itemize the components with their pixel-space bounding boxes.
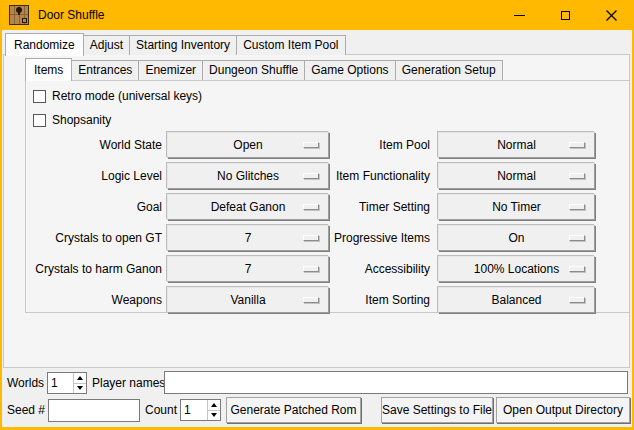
dropdown-indicator-icon bbox=[569, 204, 585, 210]
dropdown-value: On bbox=[508, 226, 524, 250]
tab-adjust[interactable]: Adjust bbox=[83, 35, 130, 55]
count-spinner[interactable] bbox=[180, 399, 221, 421]
subtab-dungeon-shuffle[interactable]: Dungeon Shuffle bbox=[202, 60, 305, 80]
window-title: Door Shuffle bbox=[38, 8, 105, 22]
dropdown-value: No Timer bbox=[492, 195, 541, 219]
dropdown-indicator-icon bbox=[569, 235, 585, 241]
checkbox-label: Shopsanity bbox=[52, 113, 111, 127]
item-sorting-label: Item Sorting bbox=[266, 287, 430, 313]
sub-tabbar: Items Entrances Enemizer Dungeon Shuffle… bbox=[25, 57, 502, 80]
count-input[interactable] bbox=[181, 400, 207, 420]
dropdown-value: Normal bbox=[497, 133, 536, 157]
count-label: Count bbox=[145, 398, 177, 423]
crystals-ganon-label: Crystals to harm Ganon bbox=[26, 256, 162, 282]
world-state-label: World State bbox=[26, 132, 162, 158]
items-pane: Retro mode (universal keys) Shopsanity W… bbox=[25, 80, 630, 313]
dropdown-indicator-icon bbox=[569, 173, 585, 179]
subtab-enemizer[interactable]: Enemizer bbox=[138, 60, 203, 80]
item-pool-label: Item Pool bbox=[266, 132, 430, 158]
dropdown-value: Vanilla bbox=[230, 288, 265, 312]
down-arrow-icon[interactable] bbox=[208, 410, 220, 421]
minimize-icon bbox=[514, 15, 525, 16]
door-icon bbox=[9, 5, 29, 25]
logic-level-label: Logic Level bbox=[26, 163, 162, 189]
close-button[interactable] bbox=[588, 0, 634, 30]
timer-setting-dropdown[interactable]: No Timer bbox=[438, 194, 595, 220]
progressive-items-dropdown[interactable]: On bbox=[438, 225, 595, 251]
titlebar[interactable]: Door Shuffle bbox=[0, 0, 634, 30]
dropdown-value: 7 bbox=[245, 257, 252, 281]
down-arrow-icon[interactable] bbox=[74, 383, 86, 394]
dropdown-value: Balanced bbox=[491, 288, 541, 312]
seed-input[interactable] bbox=[48, 399, 140, 422]
tab-custom-item-pool[interactable]: Custom Item Pool bbox=[236, 35, 345, 55]
generate-patched-rom-button[interactable]: Generate Patched Rom bbox=[226, 397, 361, 423]
item-sorting-dropdown[interactable]: Balanced bbox=[438, 287, 595, 313]
up-arrow-icon[interactable] bbox=[74, 373, 86, 383]
window-body: Randomize Adjust Starting Inventory Cust… bbox=[2, 30, 632, 427]
player-names-input[interactable] bbox=[164, 371, 628, 394]
progressive-items-label: Progressive Items bbox=[266, 225, 430, 251]
item-functionality-dropdown[interactable]: Normal bbox=[438, 163, 595, 189]
dropdown-indicator-icon bbox=[569, 142, 585, 148]
dropdown-value: Open bbox=[233, 133, 262, 157]
save-settings-button[interactable]: Save Settings to File bbox=[381, 397, 493, 423]
checkbox-box[interactable] bbox=[33, 90, 46, 103]
player-names-label: Player names bbox=[92, 371, 165, 395]
dropdown-value: Normal bbox=[497, 164, 536, 188]
item-pool-dropdown[interactable]: Normal bbox=[438, 132, 595, 158]
app-window: Door Shuffle Randomize Adjust Starting I… bbox=[0, 0, 634, 430]
seed-label: Seed # bbox=[7, 398, 45, 423]
maximize-button[interactable] bbox=[542, 0, 588, 30]
tab-randomize[interactable]: Randomize bbox=[5, 33, 84, 56]
accessibility-label: Accessibility bbox=[266, 256, 430, 282]
worlds-spinner[interactable] bbox=[47, 372, 87, 394]
up-arrow-icon[interactable] bbox=[208, 400, 220, 410]
shopsanity-checkbox[interactable]: Shopsanity bbox=[33, 113, 111, 127]
close-icon bbox=[606, 10, 617, 21]
worlds-input[interactable] bbox=[48, 373, 73, 393]
open-output-directory-button[interactable]: Open Output Directory bbox=[496, 397, 630, 423]
dropdown-value: 7 bbox=[245, 226, 252, 250]
checkbox-box[interactable] bbox=[33, 114, 46, 127]
subtab-items[interactable]: Items bbox=[25, 58, 72, 81]
tab-starting-inventory[interactable]: Starting Inventory bbox=[129, 35, 237, 55]
main-tabbar: Randomize Adjust Starting Inventory Cust… bbox=[5, 32, 345, 55]
dropdown-indicator-icon bbox=[569, 266, 585, 272]
dropdown-indicator-icon bbox=[569, 297, 585, 303]
timer-setting-label: Timer Setting bbox=[266, 194, 430, 220]
item-functionality-label: Item Functionality bbox=[266, 163, 430, 189]
weapons-label: Weapons bbox=[26, 287, 162, 313]
subtab-game-options[interactable]: Game Options bbox=[304, 60, 395, 80]
accessibility-dropdown[interactable]: 100% Locations bbox=[438, 256, 595, 282]
maximize-icon bbox=[561, 11, 570, 20]
checkbox-label: Retro mode (universal keys) bbox=[52, 89, 202, 103]
subtab-entrances[interactable]: Entrances bbox=[71, 60, 139, 80]
dropdown-value: 100% Locations bbox=[474, 257, 559, 281]
worlds-label: Worlds bbox=[7, 371, 44, 395]
minimize-button[interactable] bbox=[496, 0, 542, 30]
retro-mode-checkbox[interactable]: Retro mode (universal keys) bbox=[33, 89, 202, 103]
goal-label: Goal bbox=[26, 194, 162, 220]
crystals-gt-label: Crystals to open GT bbox=[26, 225, 162, 251]
subtab-generation-setup[interactable]: Generation Setup bbox=[395, 60, 503, 80]
randomize-pane: Items Entrances Enemizer Dungeon Shuffle… bbox=[3, 54, 630, 368]
